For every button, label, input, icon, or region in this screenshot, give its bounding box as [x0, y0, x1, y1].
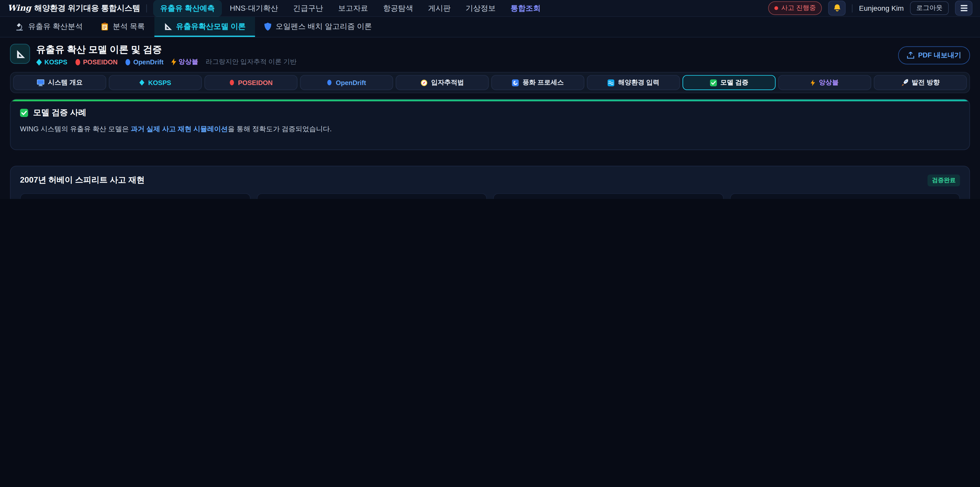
tab-reports[interactable]: 보고자료	[331, 0, 375, 17]
section-tab-marine-env-input[interactable]: 해양환경 입력	[587, 75, 680, 90]
badge-label: POSEIDON	[83, 58, 118, 65]
highlighted-text: 과거 실제 사고 재현 시뮬레이션	[130, 125, 228, 133]
badge-label: 앙상블	[178, 58, 198, 66]
section-tab-opendrift[interactable]: OpenDrift	[300, 75, 393, 90]
section-tabs: 시스템 개요 KOSPS POSEIDON OpenDrift 입자추적법 풍화…	[10, 72, 970, 93]
shield-icon	[264, 22, 271, 30]
menu-button[interactable]	[955, 0, 973, 16]
logo-wordmark: Wing	[7, 3, 31, 12]
main-content: 유출유 확산 모델 이론 및 검증 KOSPS POSEIDON OpenDri…	[0, 38, 980, 199]
section-tab-ensemble[interactable]: 앙상블	[778, 75, 871, 90]
compass-icon	[421, 79, 428, 86]
tab-hns-atmospheric[interactable]: HNS·대기확산	[223, 0, 285, 17]
section-tab-label: 시스템 개요	[48, 78, 83, 87]
badge-opendrift: OpenDrift	[125, 58, 163, 65]
tab-aerial-search[interactable]: 항공탐색	[376, 0, 420, 17]
section-tab-kosps[interactable]: KOSPS	[109, 75, 202, 90]
section-tab-particle-tracking[interactable]: 입자추적법	[396, 75, 489, 90]
checkbox-icon	[710, 79, 717, 86]
triangle-ruler-icon	[164, 22, 172, 30]
pdf-export-button[interactable]: PDF 내보내기	[898, 46, 970, 64]
username: Eunjeong Kim	[859, 4, 904, 12]
subnav-label: 분석 목록	[113, 21, 145, 32]
red-circle-icon	[75, 59, 80, 65]
lightning-icon	[811, 79, 815, 86]
diamond-icon	[36, 59, 42, 65]
tab-board[interactable]: 게시판	[422, 0, 458, 17]
card-header: 모델 검증 사례	[20, 107, 960, 118]
badge-ensemble: 앙상블	[171, 58, 198, 66]
notification-button[interactable]	[829, 0, 846, 16]
text: 을 통해 정확도가 검증되었습니다.	[228, 125, 332, 133]
incident-in-progress-badge[interactable]: 사고 진행중	[768, 1, 822, 15]
subnav-label: 유출유확산모델 이론	[176, 21, 246, 32]
tab-integrated-search[interactable]: 통합조회	[504, 0, 547, 17]
stat-grid: 78.4% 해안 표착 예측 일치율 ±12% 유막 면적 오차 ±8h 해안 …	[20, 193, 960, 199]
main-tabs: 유출유 확산예측 HNS·대기확산 긴급구난 보고자료 항공탐색 게시판 기상정…	[153, 0, 548, 17]
section-tab-label: KOSPS	[148, 79, 171, 86]
model-badges: KOSPS POSEIDON OpenDrift 앙상블 라그랑지안 입자추	[36, 58, 297, 66]
subnav-diffusion-model-theory[interactable]: 유출유확산모델 이론	[154, 17, 255, 37]
tab-oil-spill-prediction[interactable]: 유출유 확산예측	[153, 0, 222, 17]
export-icon	[907, 51, 914, 59]
card-title: 모델 검증 사례	[33, 107, 86, 118]
page-title: 유출유 확산 모델 이론 및 검증	[36, 44, 297, 54]
subnav-analysis-list[interactable]: 분석 목록	[92, 17, 154, 37]
case-2007-hebei-spirit-card: 2007년 허베이 스피리트 사고 재현 검증완료 78.4% 해안 표착 예측…	[10, 166, 970, 199]
subnav-oil-fence-algorithm-theory[interactable]: 오일펜스 배치 알고리즘 이론	[255, 17, 381, 37]
wave-icon	[608, 79, 614, 86]
page-header-text: 유출유 확산 모델 이론 및 검증 KOSPS POSEIDON OpenDri…	[36, 44, 297, 66]
section-tab-label: 풍화 프로세스	[522, 78, 563, 87]
stat-card-arrival-time-error: ±8h 해안 도달 시간 오차	[493, 193, 723, 199]
red-circle-icon	[229, 80, 234, 86]
model-validation-summary-card: 모델 검증 사례 WING 시스템의 유출유 확산 모델은 과거 실제 사고 재…	[10, 99, 970, 150]
lightning-icon	[171, 58, 176, 65]
diamond-icon	[139, 80, 145, 86]
tab-emergency-rescue[interactable]: 긴급구난	[286, 0, 330, 17]
blue-circle-icon	[327, 80, 332, 86]
pdf-export-label: PDF 내보내기	[918, 50, 961, 60]
cyclone-icon	[512, 79, 519, 86]
base-theory-note: 라그랑지안 입자추적 이론 기반	[206, 58, 297, 66]
top-navigation-bar: Wing 해양환경 위기대응 통합시스템 유출유 확산예측 HNS·대기확산 긴…	[0, 0, 980, 17]
divider	[146, 4, 147, 12]
section-tab-label: 모델 검증	[721, 78, 749, 87]
subnav-spill-analysis[interactable]: 유출유 확산분석	[6, 17, 92, 37]
section-tab-future-direction[interactable]: 발전 방향	[874, 75, 967, 90]
validation-description: WING 시스템의 유출유 확산 모델은 과거 실제 사고 재현 시뮬레이션을 …	[20, 124, 960, 134]
section-tab-label: 해양환경 입력	[618, 78, 659, 87]
section-tab-model-validation[interactable]: 모델 검증	[682, 75, 776, 90]
app-logo[interactable]: Wing 해양환경 위기대응 통합시스템	[7, 3, 140, 14]
case-title: 2007년 허베이 스피리트 사고 재현	[20, 174, 145, 186]
blue-circle-icon	[125, 59, 130, 65]
stat-card-slick-area-error: ±12% 유막 면적 오차	[256, 193, 487, 199]
logout-button[interactable]: 로그아웃	[910, 1, 949, 15]
case-header: 2007년 허베이 스피리트 사고 재현 검증완료	[20, 174, 960, 187]
divider	[852, 4, 853, 12]
badge-poseidon: POSEIDON	[75, 58, 118, 65]
section-tab-label: 발전 방향	[912, 78, 940, 87]
section-tab-weathering-process[interactable]: 풍화 프로세스	[491, 75, 584, 90]
stat-card-shoreline-match: 78.4% 해안 표착 예측 일치율	[20, 193, 250, 199]
page-header: 유출유 확산 모델 이론 및 검증 KOSPS POSEIDON OpenDri…	[10, 44, 970, 66]
section-tab-system-overview[interactable]: 시스템 개요	[13, 75, 106, 90]
section-tab-label: 입자추적법	[431, 78, 464, 87]
badge-label: KOSPS	[45, 58, 67, 65]
hamburger-icon	[960, 5, 967, 11]
checkbox-icon	[20, 109, 28, 117]
text: WING 시스템의 유출유 확산 모델은	[20, 125, 130, 133]
tab-weather-info[interactable]: 기상정보	[459, 0, 503, 17]
subnav-label: 유출유 확산분석	[28, 21, 83, 32]
red-dot-icon	[774, 6, 778, 10]
subnav-label: 오일펜스 배치 알고리즘 이론	[275, 21, 372, 32]
incident-badge-label: 사고 진행중	[781, 4, 816, 13]
monitor-icon	[37, 79, 44, 86]
stat-card-model-count: 3종 비교 검증 모델 수	[730, 193, 960, 199]
microscope-icon	[16, 22, 24, 30]
triangle-ruler-icon	[10, 44, 30, 64]
rocket-icon	[901, 79, 908, 86]
app-window: Wing 해양환경 위기대응 통합시스템 유출유 확산예측 HNS·대기확산 긴…	[0, 0, 980, 199]
section-tab-poseidon[interactable]: POSEIDON	[204, 75, 298, 90]
clipboard-icon	[102, 22, 108, 30]
badge-kosps: KOSPS	[36, 58, 67, 65]
